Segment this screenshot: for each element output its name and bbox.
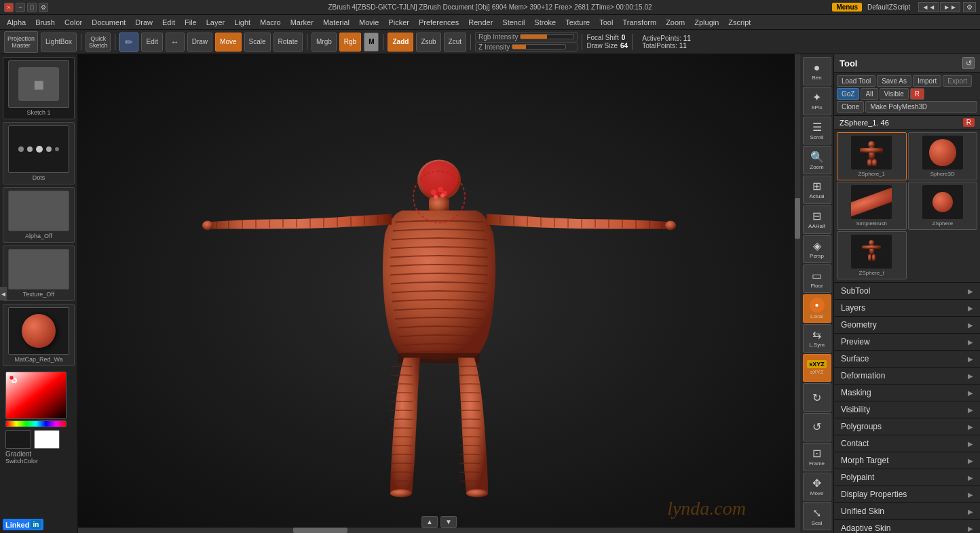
tool-section-header-polypaint[interactable]: Polypaint▶ [834,469,980,486]
right-tool-sXYZ[interactable]: sXYZsXYZ [803,354,831,382]
extra-button[interactable]: ⚙ [39,3,48,12]
load-tool-button[interactable]: Load Tool [837,75,875,87]
rotate-button[interactable]: Rotate [274,33,303,52]
canvas-scroll-up-button[interactable]: ▲ [421,516,438,528]
tool-refresh-button[interactable]: ↺ [962,57,975,69]
tool-section-header-layers[interactable]: Layers▶ [834,300,980,316]
menu-item-light[interactable]: Light [230,17,255,28]
right-tool-Persp[interactable]: ◈Persp [803,235,831,264]
move-button[interactable]: Move [215,33,241,52]
left-fold-arrow[interactable]: ◄ [0,287,7,300]
sketch-canvas[interactable]: ◼ [8,60,69,108]
right-tool-Scroll[interactable]: ☰Scroll [803,117,831,145]
focal-shift-control[interactable]: Focal Shift 0 [586,34,628,41]
texture-canvas[interactable] [8,249,69,290]
lightbox-button[interactable]: LightBox [41,33,77,52]
right-tool-Floor[interactable]: ▭Floor [803,264,831,293]
tool-section-header-surface[interactable]: Surface▶ [834,351,980,367]
r-toggle-button[interactable]: R [910,88,924,100]
tool-section-header-visibility[interactable]: Visibility▶ [834,401,980,418]
rgb-intensity-track[interactable] [520,34,574,39]
tool-section-header-deformation[interactable]: Deformation▶ [834,368,980,384]
right-tool-Move[interactable]: ✥Move [803,473,831,501]
z-intensity-track[interactable] [512,44,566,50]
m-button[interactable]: M [364,33,379,52]
zsphere1-img[interactable] [851,136,892,170]
export-button[interactable]: Export [943,75,972,87]
menu-item-material[interactable]: Material [319,17,354,28]
sphere3d-img[interactable] [922,136,963,170]
nav-arrows[interactable]: ◄◄ ►► [918,2,960,12]
menu-item-document[interactable]: Document [88,17,130,28]
zsphere-r-button[interactable]: R [963,118,975,127]
right-tool-Zoom[interactable]: 🔍Zoom [803,146,831,174]
texture-preview[interactable]: Texture_Off [3,245,75,301]
menu-item-alpha[interactable]: Alpha [3,17,30,28]
thumbnail-sphere3d[interactable]: Sphere3D [908,132,978,180]
thumbnail-zsphere[interactable]: ZSphere [908,182,978,230]
menu-item-stroke[interactable]: Stroke [530,17,560,28]
menu-item-color[interactable]: Color [60,17,86,28]
window-controls[interactable]: × − □ ⚙ [4,3,48,12]
rgb-intensity-slider[interactable]: Rgb Intensity [475,32,578,41]
scroll-thumb-h[interactable] [293,528,347,533]
tool-section-header-polygroups[interactable]: Polygroups▶ [834,418,980,435]
tool-section-header-geometry[interactable]: Geometry▶ [834,317,980,333]
menu-item-edit[interactable]: Edit [158,17,179,28]
menu-item-picker[interactable]: Picker [384,17,413,28]
zsphere-t-img[interactable] [851,235,892,269]
color-gradient[interactable] [5,372,67,419]
tool-section-header-subtool[interactable]: SubTool▶ [834,283,980,299]
foreground-swatch[interactable] [5,430,31,449]
edit-button[interactable]: Edit [141,33,162,52]
scale-button[interactable]: Scale [244,33,271,52]
right-tool-12[interactable]: ↺ [803,413,831,441]
menu-item-zoom[interactable]: Zoom [662,17,689,28]
tool-section-header-preview[interactable]: Preview▶ [834,334,980,350]
maximize-button[interactable]: □ [27,3,37,12]
right-tool-11[interactable]: ↻ [803,383,831,412]
right-tool-Ben[interactable]: ●Ben [803,57,831,85]
thumbnail-zsphere1[interactable]: ZSphere_1 [837,132,907,180]
menu-item-macro[interactable]: Macro [256,17,285,28]
tool-section-header-masking[interactable]: Masking▶ [834,384,980,401]
menu-item-preferences[interactable]: Preferences [415,17,463,28]
menu-item-stencil[interactable]: Stencil [498,17,529,28]
3d-model[interactable] [202,92,677,512]
menu-item-file[interactable]: File [181,17,201,28]
menu-item-layer[interactable]: Layer [202,17,229,28]
dots-canvas[interactable] [8,125,69,173]
visible-button[interactable]: Visible [880,88,909,100]
draw-size-control[interactable]: Draw Size 64 [586,42,628,50]
minimize-button[interactable]: − [16,3,25,12]
menu-item-brush[interactable]: Brush [31,17,59,28]
edit-mode-icon[interactable]: ✏ [119,33,138,52]
close-button[interactable]: × [4,3,14,12]
zsphere-img[interactable] [922,185,963,219]
tool-section-header-unified-skin[interactable]: Unified Skin▶ [834,503,980,519]
nav-right-button[interactable]: ►► [940,2,960,12]
menu-item-zplugin[interactable]: Zplugin [690,17,723,28]
goz-button[interactable]: GoZ [837,88,859,100]
menu-item-tool[interactable]: Tool [595,17,617,28]
save-as-button[interactable]: Save As [877,75,911,87]
thumbnail-zsphere-t[interactable]: ZSphere_t [837,231,907,279]
tool-section-header-adaptive-skin[interactable]: Adaptive Skin▶ [834,520,980,533]
right-tool-SPix[interactable]: ✦SPix [803,87,831,115]
matcap-preview[interactable]: MatCap_Red_Wa [3,304,75,366]
menu-item-draw[interactable]: Draw [131,17,157,28]
menu-item-texture[interactable]: Texture [561,17,594,28]
hue-slider[interactable] [5,420,67,427]
canvas-scrollbar-horizontal[interactable] [78,528,795,533]
clone-button[interactable]: Clone [837,101,864,113]
rgb-button[interactable]: Rgb [339,33,361,52]
dots-brush-preview[interactable]: Dots [3,122,75,184]
menu-item-movie[interactable]: Movie [355,17,383,28]
alpha-canvas[interactable] [8,191,69,231]
tool-section-header-contact[interactable]: Contact▶ [834,435,980,452]
canvas-bottom-bar[interactable]: ▲ ▼ [421,516,457,528]
menu-item-transform[interactable]: Transform [618,17,660,28]
canvas-scroll-down-button[interactable]: ▼ [440,516,457,528]
import-button[interactable]: Import [913,75,941,87]
nav-left-button[interactable]: ◄◄ [918,2,939,12]
